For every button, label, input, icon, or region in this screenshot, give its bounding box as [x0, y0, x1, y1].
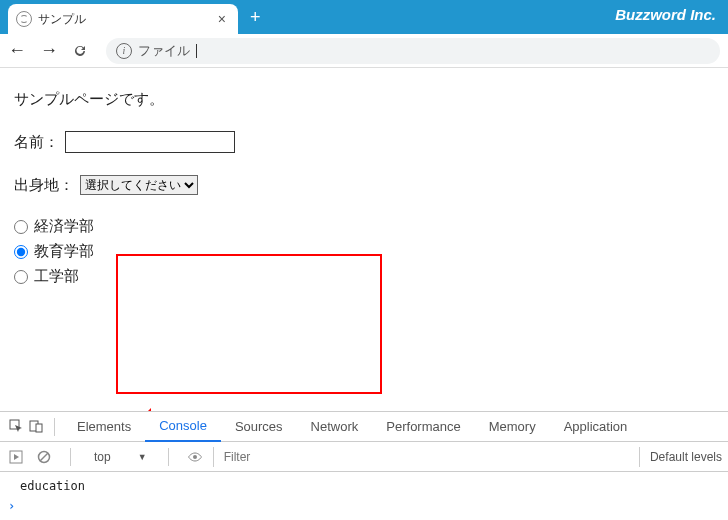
radio-input[interactable] [14, 220, 28, 234]
address-bar[interactable]: i ファイル [106, 38, 720, 64]
device-icon[interactable] [26, 419, 46, 434]
console-prompt[interactable]: › [0, 496, 728, 516]
browser-navbar: ← → i ファイル [0, 34, 728, 68]
text-cursor [196, 44, 197, 58]
globe-icon [16, 11, 32, 27]
clear-icon[interactable] [34, 450, 54, 464]
tab-title: サンプル [38, 11, 210, 28]
tab-elements[interactable]: Elements [63, 412, 145, 442]
radio-input[interactable] [14, 245, 28, 259]
devtools-panel: Elements Console Sources Network Perform… [0, 411, 728, 520]
tab-sources[interactable]: Sources [221, 412, 297, 442]
faculty-radios: 経済学部 教育学部 工学部 [14, 217, 714, 286]
radio-education[interactable]: 教育学部 [14, 242, 714, 261]
tab-application[interactable]: Application [550, 412, 642, 442]
close-icon[interactable]: × [216, 11, 228, 27]
page-heading: サンプルページです。 [14, 90, 714, 109]
browser-titlebar: サンプル × + Buzzword Inc. [0, 0, 728, 34]
console-output: education › [0, 472, 728, 520]
tab-memory[interactable]: Memory [475, 412, 550, 442]
inspect-icon[interactable] [6, 419, 26, 434]
origin-label: 出身地： [14, 176, 74, 195]
separator [168, 448, 169, 466]
svg-rect-2 [36, 424, 42, 432]
address-text: ファイル [138, 42, 190, 60]
tab-console[interactable]: Console [145, 412, 221, 442]
console-line: education [0, 476, 728, 496]
separator [70, 448, 71, 466]
reload-button[interactable] [72, 43, 88, 59]
radio-engineering[interactable]: 工学部 [14, 267, 714, 286]
tab-performance[interactable]: Performance [372, 412, 474, 442]
console-toolbar: top Default levels [0, 442, 728, 472]
origin-row: 出身地： 選択してください [14, 175, 714, 195]
origin-select[interactable]: 選択してください [80, 175, 198, 195]
browser-tab[interactable]: サンプル × [8, 4, 238, 34]
new-tab-button[interactable]: + [238, 7, 273, 28]
radio-economics[interactable]: 経済学部 [14, 217, 714, 236]
back-button[interactable]: ← [8, 40, 26, 61]
name-row: 名前： [14, 131, 714, 153]
filter-input[interactable] [213, 447, 493, 467]
levels-select[interactable]: Default levels [639, 447, 722, 467]
eye-icon[interactable] [185, 450, 205, 464]
radio-input[interactable] [14, 270, 28, 284]
brand-label: Buzzword Inc. [615, 6, 716, 23]
radio-label: 経済学部 [34, 217, 94, 236]
svg-line-5 [40, 453, 48, 461]
svg-point-6 [193, 455, 197, 459]
devtools-tabs: Elements Console Sources Network Perform… [0, 412, 728, 442]
play-icon[interactable] [6, 450, 26, 464]
info-icon[interactable]: i [116, 43, 132, 59]
page-content: サンプルページです。 名前： 出身地： 選択してください 経済学部 教育学部 工… [0, 68, 728, 302]
name-label: 名前： [14, 133, 59, 152]
separator [54, 418, 55, 436]
name-field[interactable] [65, 131, 235, 153]
context-select[interactable]: top [87, 448, 152, 466]
radio-label: 教育学部 [34, 242, 94, 261]
radio-label: 工学部 [34, 267, 79, 286]
forward-button[interactable]: → [40, 40, 58, 61]
tab-network[interactable]: Network [297, 412, 373, 442]
